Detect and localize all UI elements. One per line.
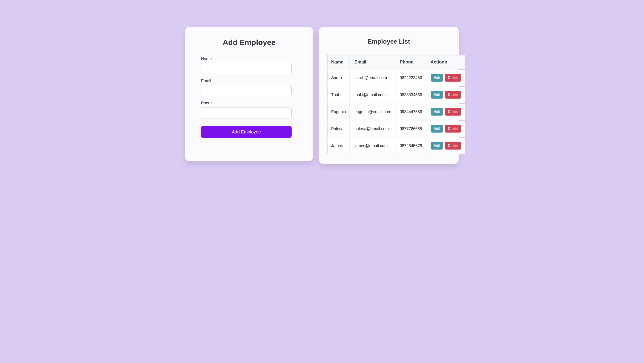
cell-phone: 0822223456 [396,70,426,86]
cell-name: James [327,138,350,154]
cell-actions: EditDelete [427,87,465,103]
cell-email: sarah@email.com [350,70,395,86]
delete-button[interactable]: Delete [445,91,461,99]
col-phone: Phone [396,55,426,69]
table-row: Jamesjames@email.com0872345678EditDelete [327,138,465,154]
cell-name: Sarah [327,70,350,86]
edit-button[interactable]: Edit [431,125,443,133]
add-employee-card: Add Employee Name Email Phone Add Employ… [185,27,313,161]
cell-email: eugenia@email.com [350,104,395,120]
cell-email: palesa@email.com [350,121,395,137]
phone-input[interactable] [201,107,292,118]
add-employee-title: Add Employee [201,38,297,47]
phone-label: Phone [201,101,297,105]
cell-phone: 0872345678 [396,138,426,154]
cell-actions: EditDelete [427,70,465,86]
email-field-group: Email [201,79,297,96]
col-actions: Actions [427,55,465,69]
cell-name: Thabi [327,87,350,103]
delete-button[interactable]: Delete [445,74,461,82]
employee-list-title: Employee List [326,38,452,45]
phone-field-group: Phone [201,101,297,118]
cell-actions: EditDelete [427,121,465,137]
employee-table: Name Email Phone Actions Sarahsarah@emai… [326,54,466,155]
delete-button[interactable]: Delete [445,142,461,150]
table-row: Thabithabi@email.com0833334566EditDelete [327,87,465,103]
delete-button[interactable]: Delete [445,125,461,133]
cell-actions: EditDelete [427,104,465,120]
email-input[interactable] [201,85,292,96]
add-employee-button[interactable]: Add Employee [201,126,292,138]
delete-button[interactable]: Delete [445,108,461,116]
name-input[interactable] [201,63,292,74]
name-label: Name [201,56,297,61]
table-row: Palesapalesa@email.com0877766655EditDele… [327,121,465,137]
employee-list-card: Employee List Name Email Phone Actions S… [319,27,459,164]
col-email: Email [350,55,395,69]
cell-phone: 0833334566 [396,87,426,103]
email-label: Email [201,79,297,83]
edit-button[interactable]: Edit [431,74,443,82]
cell-actions: EditDelete [427,138,465,154]
col-name: Name [327,55,350,69]
name-field-group: Name [201,56,297,74]
cell-phone: 0877766655 [396,121,426,137]
edit-button[interactable]: Edit [431,108,443,116]
cell-email: james@email.com [350,138,395,154]
cell-email: thabi@email.com [350,87,395,103]
table-row: Sarahsarah@email.com0822223456EditDelete [327,70,465,86]
edit-button[interactable]: Edit [431,91,443,99]
cell-name: Palesa [327,121,350,137]
table-row: Eugeniaeugenia@email.com0984447586EditDe… [327,104,465,120]
cell-name: Eugenia [327,104,350,120]
cell-phone: 0984447586 [396,104,426,120]
edit-button[interactable]: Edit [431,142,443,150]
